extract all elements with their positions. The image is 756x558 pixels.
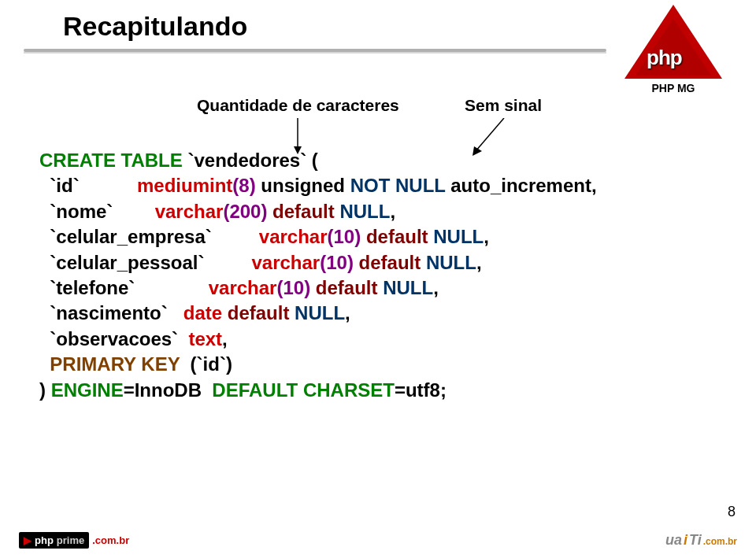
footer-uaiti: uaiTi.com.br (665, 532, 737, 549)
page-number: 8 (728, 504, 736, 520)
php-mg-logo: php PHP MG (614, 5, 732, 94)
chevron-right-icon: ▶ (24, 534, 32, 546)
sql-code: CREATE TABLE `vendedores` ( `id` mediumi… (39, 148, 597, 403)
svg-line-2 (476, 118, 504, 151)
annotation-unsigned: Sem sinal (465, 96, 542, 115)
annotation-quantity: Quantidade de caracteres (197, 96, 399, 115)
title-rule (24, 49, 606, 54)
footer-phprime: ▶ phpprime .com.br (19, 532, 129, 549)
slide-title: Recapitulando (63, 11, 247, 42)
